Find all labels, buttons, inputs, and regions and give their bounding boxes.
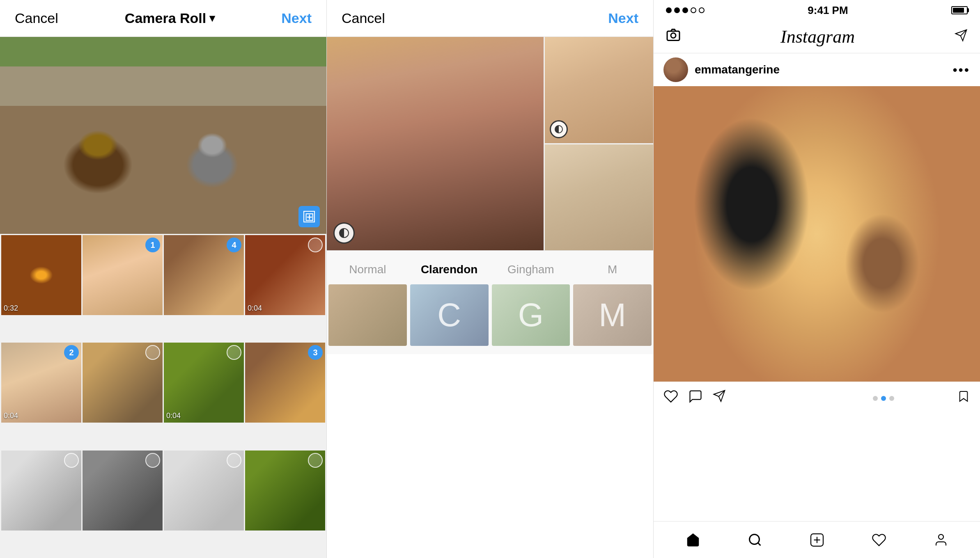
thumbnail-image	[1, 235, 81, 315]
activity-nav-button[interactable]	[869, 530, 889, 550]
cancel-button[interactable]: Cancel	[15, 10, 58, 26]
battery-fill	[953, 8, 964, 13]
video-duration: 0:04	[4, 412, 18, 420]
svg-line-7	[757, 542, 760, 545]
status-time: 9:41 PM	[808, 4, 848, 17]
side-photo-image-2	[545, 144, 653, 251]
filter-thumb-gingham[interactable]: G	[492, 284, 570, 346]
video-duration: 0:32	[4, 304, 18, 313]
half-circle-icon-small	[555, 125, 563, 133]
post-photo-content	[654, 86, 980, 382]
indicator-dot-1	[873, 396, 878, 401]
camera-roll-title[interactable]: Camera Roll ▾	[125, 10, 215, 26]
thumbnail-item[interactable]: 0:32	[1, 235, 81, 315]
home-nav-button[interactable]	[683, 530, 703, 550]
username[interactable]: emmatangerine	[695, 63, 780, 76]
filter-m[interactable]: M	[571, 259, 653, 280]
avatar[interactable]	[663, 57, 688, 82]
thumbnail-item[interactable]	[245, 451, 325, 531]
thumbnail-item[interactable]	[83, 451, 163, 531]
thumbnail-item[interactable]: 0:04	[245, 235, 325, 315]
filter-side-photo-bottom	[545, 144, 653, 251]
filter-thumb-clarendon[interactable]: C	[410, 284, 489, 346]
post-user-info: emmatangerine	[663, 57, 780, 82]
camera-roll-title-text: Camera Roll	[125, 10, 206, 26]
selection-badge: 4	[227, 238, 241, 252]
filter-thumb-label-gingham: G	[518, 296, 544, 334]
camera-roll-header: Cancel Camera Roll ▾ Next	[0, 0, 326, 37]
filter-thumb-normal[interactable]	[328, 284, 407, 346]
filter-overlay-button[interactable]	[333, 222, 355, 244]
thumbnail-item[interactable]: 0:04	[164, 343, 244, 423]
video-duration: 0:04	[248, 304, 262, 313]
thumbnail-item[interactable]: 3	[245, 343, 325, 423]
post-image	[654, 86, 980, 382]
selection-circle	[145, 453, 160, 468]
selection-badge: 1	[145, 238, 160, 252]
cancel-button[interactable]: Cancel	[342, 10, 385, 26]
multi-select-button[interactable]: ⊞	[298, 206, 320, 227]
signal-dot-3	[682, 7, 688, 13]
indicator-dot-2	[881, 396, 886, 401]
post-header: emmatangerine •••	[654, 53, 980, 86]
filter-thumb-label-clarendon: C	[437, 296, 461, 334]
filter-overlay-button-small[interactable]	[550, 120, 568, 138]
signal-indicator	[666, 7, 705, 13]
selection-circle	[227, 453, 241, 468]
filter-side-photo-top	[545, 37, 653, 143]
video-duration: 0:04	[166, 412, 181, 420]
profile-nav-button[interactable]	[931, 530, 951, 550]
share-button[interactable]	[713, 389, 726, 407]
filter-main-photo	[327, 37, 544, 250]
camera-roll-panel: Cancel Camera Roll ▾ Next ⊞ 0:32 1 4	[0, 0, 327, 558]
filter-thumbnails: C G M	[327, 280, 653, 354]
more-options-button[interactable]: •••	[952, 62, 970, 78]
thumbnail-item[interactable]: 2 0:04	[1, 343, 81, 423]
carousel-indicator	[810, 396, 957, 401]
instagram-logo: Instagram	[780, 26, 855, 47]
selection-circle	[64, 453, 79, 468]
main-preview-image: ⊞	[0, 37, 326, 234]
battery-icon	[951, 6, 968, 14]
signal-dot-1	[666, 7, 672, 13]
filter-normal[interactable]: Normal	[327, 259, 409, 280]
bookmark-button[interactable]	[957, 389, 970, 407]
svg-point-11	[939, 534, 943, 539]
signal-dot-5	[699, 7, 705, 13]
post-actions	[654, 382, 980, 414]
filter-side-photos	[545, 37, 653, 250]
instagram-top-nav: Instagram	[654, 21, 980, 53]
filter-panel: Cancel Next Normal Clarendon	[327, 0, 654, 558]
selection-circle	[308, 453, 323, 468]
add-post-button[interactable]	[807, 530, 827, 550]
thumbnail-item[interactable]: 4	[164, 235, 244, 315]
indicator-dot-3	[889, 396, 894, 401]
like-button[interactable]	[663, 389, 678, 407]
bottom-nav	[654, 521, 980, 558]
filter-strip-labels: Normal Clarendon Gingham M	[327, 250, 653, 280]
comment-button[interactable]	[688, 389, 703, 407]
thumbnail-item[interactable]	[83, 343, 163, 423]
svg-point-6	[749, 534, 759, 544]
camera-icon[interactable]	[666, 27, 681, 46]
search-nav-button[interactable]	[745, 530, 765, 550]
main-photo-image	[327, 37, 544, 250]
selection-circle	[308, 238, 323, 252]
filter-thumb-label-moon: M	[599, 296, 626, 334]
thumbnail-item[interactable]: 1	[83, 235, 163, 315]
filter-clarendon[interactable]: Clarendon	[409, 259, 490, 280]
filter-gingham[interactable]: Gingham	[490, 259, 572, 280]
thumbnail-item[interactable]	[164, 451, 244, 531]
chevron-down-icon: ▾	[209, 12, 215, 25]
half-circle-icon	[339, 228, 349, 238]
instagram-panel: 9:41 PM Instagram emmatangerine	[654, 0, 980, 558]
thumbnail-grid: 0:32 1 4 0:04 2 0:04 0:04	[0, 234, 326, 558]
battery-indicator	[951, 6, 968, 14]
send-icon[interactable]	[955, 29, 968, 45]
signal-dot-4	[691, 7, 696, 13]
next-button[interactable]: Next	[281, 10, 312, 26]
next-button[interactable]: Next	[608, 10, 638, 26]
svg-point-1	[671, 33, 676, 38]
thumbnail-item[interactable]	[1, 451, 81, 531]
filter-thumb-moon[interactable]: M	[573, 284, 652, 346]
